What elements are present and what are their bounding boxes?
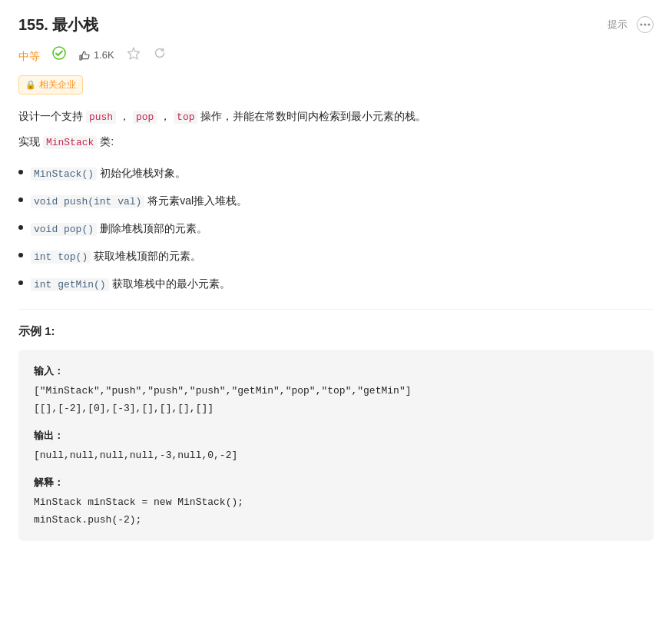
example1-title: 示例 1:	[18, 322, 654, 340]
lock-icon: 🔒	[25, 78, 36, 92]
thumbs-up-icon	[78, 50, 91, 62]
example1-box: 输入： ["MinStack","push","push","push","ge…	[18, 350, 654, 541]
bullet-dot	[18, 225, 23, 230]
intro-text: 设计一个支持 push ， pop ， top 操作，并能在常数时间内检索到最小…	[18, 107, 654, 126]
method-code-4: int top()	[31, 251, 91, 264]
bullet-dot	[18, 253, 23, 257]
method-code-3: void pop()	[31, 223, 97, 236]
hint-button[interactable]: 提示	[607, 17, 627, 33]
likes-area[interactable]: 1.6K	[78, 48, 114, 64]
method-item-text: void pop() 删除堆栈顶部的元素。	[31, 220, 207, 238]
svg-point-3	[53, 47, 65, 59]
svg-point-2	[648, 24, 650, 26]
method-list: MinStack() 初始化堆栈对象。 void push(int val) 将…	[18, 164, 654, 294]
svg-point-1	[644, 24, 647, 26]
method-item-text: void push(int val) 将元素val推入堆栈。	[31, 192, 247, 211]
refresh-button[interactable]	[153, 46, 167, 66]
example1-input-line1: ["MinStack","push","push","push","getMin…	[34, 382, 638, 400]
method-item-text: int top() 获取堆栈顶部的元素。	[31, 247, 201, 266]
code-push: push	[86, 111, 116, 124]
code-pop: pop	[133, 111, 157, 124]
method-code-2: void push(int val)	[31, 195, 144, 208]
tag-label: 相关企业	[39, 78, 76, 92]
code-minstack-class: MinStack	[43, 136, 97, 149]
list-item: void pop() 删除堆栈顶部的元素。	[18, 220, 654, 238]
svg-marker-4	[127, 48, 139, 59]
list-item: int top() 获取堆栈顶部的元素。	[18, 247, 654, 266]
more-icon	[640, 23, 650, 26]
method-code-5: int getMin()	[31, 278, 109, 291]
example1-output-section: 输出： [null,null,null,null,-3,null,0,-2]	[34, 427, 638, 464]
page-title: 155. 最小栈	[18, 12, 98, 37]
method-code-1: MinStack()	[31, 168, 97, 181]
tag-badge[interactable]: 🔒 相关企业	[18, 75, 83, 95]
problem-description: 设计一个支持 push ， pop ， top 操作，并能在常数时间内检索到最小…	[18, 107, 654, 152]
divider	[18, 309, 654, 310]
header-row: 155. 最小栈 提示	[18, 12, 654, 37]
example1-explain-line2: minStack.push(-2);	[34, 511, 638, 529]
example1-output-label: 输出：	[34, 427, 638, 444]
list-item: int getMin() 获取堆栈中的最小元素。	[18, 275, 654, 294]
difficulty-badge[interactable]: 中等	[18, 48, 40, 65]
example1-input-label: 输入：	[34, 362, 638, 380]
code-top: top	[174, 111, 197, 124]
list-item: MinStack() 初始化堆栈对象。	[18, 164, 654, 183]
header-actions: 提示	[607, 16, 654, 33]
example1-explain-section: 解释： MinStack minStack = new MinStack(); …	[34, 473, 638, 529]
star-button[interactable]	[127, 46, 141, 66]
page-container: 155. 最小栈 提示 中等 1.6K	[0, 0, 672, 553]
list-item: void push(int val) 将元素val推入堆栈。	[18, 192, 654, 211]
bullet-dot	[18, 280, 23, 285]
example1-output-value: [null,null,null,null,-3,null,0,-2]	[34, 446, 638, 464]
bullet-dot	[18, 197, 23, 202]
bullet-dot	[18, 170, 23, 174]
example1-explain-line1: MinStack minStack = new MinStack();	[34, 493, 638, 511]
example1-explain-label: 解释：	[34, 473, 638, 491]
method-item-text: int getMin() 获取堆栈中的最小元素。	[31, 275, 230, 294]
svg-point-0	[641, 24, 643, 26]
meta-row: 中等 1.6K	[18, 46, 654, 66]
method-item-text: MinStack() 初始化堆栈对象。	[31, 164, 186, 183]
solved-icon	[52, 46, 66, 66]
example1-input-section: 输入： ["MinStack","push","push","push","ge…	[34, 362, 638, 417]
more-options-button[interactable]	[637, 16, 654, 33]
example1-input-line2: [[],[-2],[0],[-3],[],[],[],[]]	[34, 400, 638, 417]
impl-text: 实现 MinStack 类:	[18, 132, 654, 151]
likes-count: 1.6K	[94, 48, 114, 64]
